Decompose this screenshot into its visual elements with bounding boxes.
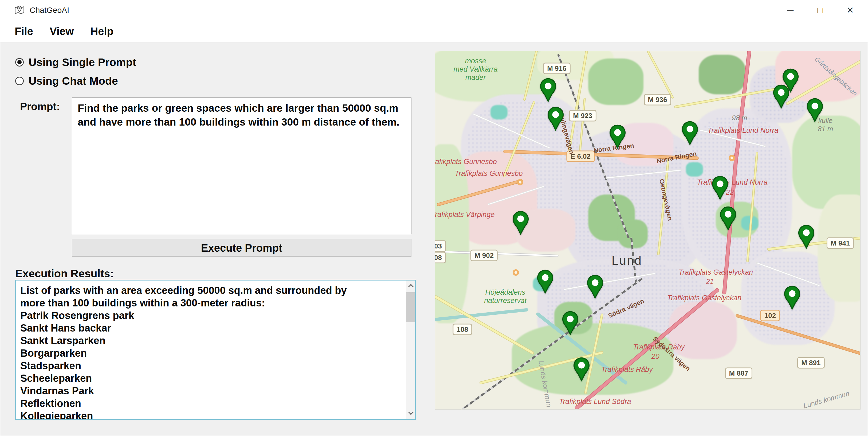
minimize-icon: ─ [787,5,794,16]
chevron-down-icon [408,410,413,415]
map-view[interactable]: M 916M 923M 936E 6.02M 902103108M 941108… [435,51,861,410]
result-line: Sankt Hans backar [20,322,401,335]
close-icon: ✕ [846,5,854,16]
prompt-label: Prompt: [20,101,60,113]
radio-button-selected[interactable] [15,58,24,66]
map-pin[interactable] [711,176,729,201]
menu-item-file[interactable]: File [15,25,33,37]
minimize-button[interactable]: ─ [775,0,805,20]
road-shield: M 902 [470,250,498,261]
map-label-junction: 20 [651,352,659,360]
road-shield: 108 [453,324,472,335]
radio-label: Using Single Prompt [29,56,136,69]
result-line: more than 100 buildings within a 300-met… [20,297,401,309]
result-line: Kollegieparken [20,410,401,419]
map-roundabout [517,179,523,185]
map-label-admin: Lunds kommun [802,389,850,410]
map-pin[interactable] [539,78,557,104]
map-pin[interactable] [561,311,579,337]
map-roundabout [513,269,519,276]
result-line: Stadsparken [20,359,401,372]
map-pin[interactable] [586,274,604,300]
map-area-patch [588,59,644,105]
map-label-junction: Trafikplats Gunnesbo [455,169,523,177]
map-pin[interactable] [536,269,554,295]
map-pin[interactable] [609,124,626,150]
road-shield: M 891 [797,357,825,369]
execution-results-label: Execution Results: [15,267,114,280]
map-label-junction: 21 [706,277,714,286]
execution-results-text: List of parks with an area exceeding 500… [20,284,401,419]
map-pin[interactable] [783,286,801,311]
map-label-junction: Trafikplats Gunnesbo [435,157,497,166]
scrollbar-thumb[interactable] [406,292,415,322]
map-label-junction: Trafikplats Lund Södra [559,397,631,406]
map-pin[interactable] [512,211,529,236]
road-shield: 108 [435,252,446,263]
result-line: Borgarparken [20,347,401,359]
result-line: List of parks with an area exceeding 500… [20,284,401,297]
mode-radio-group: Using Single PromptUsing Chat Mode [15,55,136,93]
road-shield: M 916 [543,63,570,74]
map-pin[interactable] [806,98,824,123]
window-controls: ─□✕ [775,0,865,20]
title-bar[interactable]: ChatGeoAI ─□✕ [0,0,868,20]
result-line: Sankt Larsparken [20,335,401,347]
execution-results-box[interactable]: List of parks with an area exceeding 500… [15,280,416,420]
road-shield: M 936 [644,94,671,105]
radio-button[interactable] [15,77,24,85]
map-pin[interactable] [681,121,699,146]
result-line: Scheeleparken [20,372,401,385]
chatgeoai-window: { "window": { "title": "ChatGeoAI", "con… [0,0,868,436]
road-shield: 103 [435,240,446,252]
map-label-junction: Trafikplats Lund Norra [708,126,778,135]
scroll-down-icon[interactable] [406,408,415,419]
menu-item-view[interactable]: View [50,25,74,37]
chevron-up-icon [408,284,413,289]
mode-option[interactable]: Using Single Prompt [15,55,136,69]
mode-option[interactable]: Using Chat Mode [15,74,136,88]
map-area-patch [699,55,745,94]
map-label-terrain: 98 m [732,114,747,122]
map-label-junction: Trafikplats Råby [601,366,653,374]
menu-bar: FileViewHelp [0,20,868,43]
map-label-junction: Trafikplats Gastelyckan [667,294,741,302]
menu-item-help[interactable]: Help [90,25,114,37]
map-label-junction: Trafikplats Gastelyckan [678,268,753,276]
map-pin[interactable] [719,206,737,232]
app-icon [13,4,25,16]
map-area-patch [686,162,703,177]
map-pin[interactable] [772,84,790,110]
result-line: Patrik Rosengrens park [20,309,401,322]
map-label-city: Lund [612,253,642,268]
map-area-patch [491,105,507,119]
execute-prompt-button[interactable]: Execute Prompt [72,239,411,257]
result-line: Vindarnas Park [20,385,401,397]
map-label-junction: Trafikplats Lund Norra [697,178,768,186]
scroll-up-icon[interactable] [406,281,415,292]
map-pin[interactable] [798,225,815,250]
map-road [647,51,674,99]
radio-label: Using Chat Mode [29,75,118,87]
map-label-area: mosse med Vallkärra mader [453,57,498,82]
map-pin[interactable] [547,107,564,132]
map-label-area: Höjeådalens naturreservat [484,288,527,305]
map-roundabout [728,155,735,161]
road-shield: M 941 [827,237,854,249]
result-line: Reflektionen [20,397,401,410]
map-pin[interactable] [573,357,590,383]
results-scrollbar[interactable] [406,281,415,419]
window-title: ChatGeoAI [30,6,69,15]
road-shield: 102 [761,310,780,321]
map-label-junction: Trafikplats Värpinge [435,210,495,219]
maximize-icon: □ [817,5,823,16]
prompt-input[interactable]: Find the parks or green spaces which are… [72,97,411,234]
close-button[interactable]: ✕ [835,0,865,20]
road-shield: M 923 [569,110,596,121]
maximize-button[interactable]: □ [805,0,835,20]
road-shield: M 887 [725,367,752,379]
